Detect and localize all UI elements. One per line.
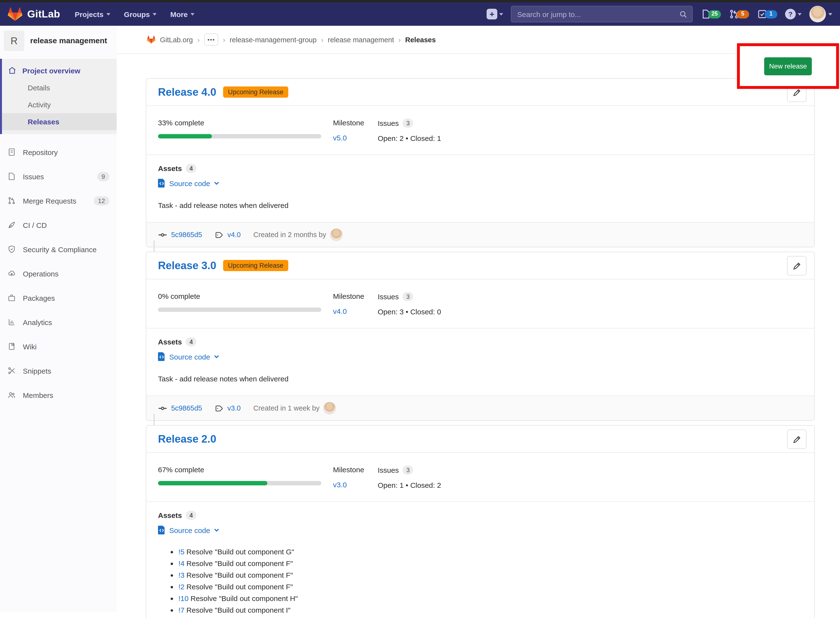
new-release-button[interactable]: New release (764, 57, 812, 75)
merge-request-link[interactable]: !7 (179, 606, 185, 614)
help-icon: ? (785, 9, 796, 19)
progress-column: 33% complete (158, 119, 333, 143)
percent-complete-label: 0% complete (158, 292, 333, 300)
issues-counter[interactable]: 25 (700, 9, 721, 19)
chevron-down-icon (499, 13, 503, 15)
release-description: Task - add release notes when delivered (158, 374, 803, 383)
nav-menu: Projects Groups More (74, 10, 194, 18)
sidebar-item-ci-cd[interactable]: CI / CD (0, 213, 117, 237)
release-title-link[interactable]: Release 4.0 (158, 86, 216, 98)
sidebar-item-releases[interactable]: Releases (2, 113, 117, 130)
merge-request-link[interactable]: !5 (179, 548, 185, 556)
sidebar-item-details[interactable]: Details (2, 79, 117, 96)
pencil-icon (792, 435, 801, 444)
chevron-down-icon (191, 13, 194, 15)
nav-projects[interactable]: Projects (74, 10, 110, 18)
tag-link[interactable]: v4.0 (227, 231, 241, 239)
source-code-label: Source code (169, 526, 210, 534)
percent-complete-label: 33% complete (158, 119, 333, 127)
sidebar-item-activity[interactable]: Activity (2, 96, 117, 113)
commit-link[interactable]: 5c9865d5 (171, 231, 202, 239)
merge-request-link[interactable]: !4 (179, 559, 185, 567)
percent-complete-label: 67% complete (158, 465, 333, 474)
sidebar-item-repository[interactable]: Repository (0, 140, 117, 164)
assets-count-badge: 4 (186, 337, 197, 346)
sidebar-item-issues[interactable]: Issues 9 (0, 164, 117, 189)
user-menu[interactable] (809, 6, 832, 22)
sidebar-item-security[interactable]: Security & Compliance (0, 237, 117, 261)
pencil-icon (792, 88, 801, 97)
package-box-icon (7, 293, 16, 302)
breadcrumb-project[interactable]: release management (328, 36, 394, 43)
release-meta-row: 67% complete Milestone v3.0 Issues 3 Ope… (146, 453, 814, 502)
search-input[interactable] (516, 9, 675, 19)
commit-link[interactable]: 5c9865d5 (171, 404, 202, 412)
top-navbar: GitLab Projects Groups More + (0, 2, 840, 26)
sidebar-item-analytics[interactable]: Analytics (0, 310, 117, 334)
chevron-down-icon (828, 13, 832, 15)
source-code-dropdown[interactable]: Source code (158, 526, 803, 535)
edit-release-button[interactable] (787, 429, 806, 449)
release-title-link[interactable]: Release 2.0 (158, 433, 216, 445)
sidebar-project-header[interactable]: R release management (0, 26, 117, 56)
issues-column: Issues 3 Open: 2 • Closed: 1 (378, 119, 441, 143)
merge-request-item: !5Resolve "Build out component G" (179, 547, 803, 556)
progress-bar (158, 308, 321, 312)
tag-icon (214, 230, 223, 239)
author-avatar[interactable] (323, 402, 336, 414)
bar-chart-icon (7, 318, 16, 327)
assets-section: Assets 4 Source code Task - add (146, 328, 814, 395)
sidebar-item-members[interactable]: Members (0, 383, 117, 407)
issues-count-badge: 25 (708, 10, 721, 18)
sidebar-item-operations[interactable]: Operations (0, 261, 117, 286)
merge-request-link[interactable]: !10 (179, 594, 189, 602)
breadcrumb-ellipsis-button[interactable]: ••• (204, 34, 218, 46)
merge-request-item: !10Resolve "Build out component H" (179, 594, 803, 603)
milestone-label: Milestone (333, 292, 378, 300)
sidebar-nav-list: Repository Issues 9 Merge Req (0, 140, 117, 407)
search-bar[interactable] (511, 6, 693, 22)
release-card-header: Release 3.0 Upcoming Release (146, 252, 814, 279)
breadcrumb: GitLab.org › ••• › release-management-gr… (117, 26, 840, 54)
sidebar-item-wiki[interactable]: Wiki (0, 334, 117, 358)
sidebar-item-packages[interactable]: Packages (0, 286, 117, 310)
merge-request-item: !4Resolve "Build out component F" (179, 559, 803, 568)
issues-column: Issues 3 Open: 3 • Closed: 0 (378, 292, 441, 316)
sidebar-item-snippets[interactable]: Snippets (0, 358, 117, 383)
merge-requests-counter[interactable]: 5 (729, 9, 749, 19)
source-code-dropdown[interactable]: Source code (158, 179, 803, 187)
project-avatar: R (4, 31, 24, 51)
source-code-dropdown[interactable]: Source code (158, 352, 803, 361)
breadcrumb-group[interactable]: release-management-group (230, 36, 317, 43)
merge-request-item: !3Resolve "Build out component F" (179, 570, 803, 579)
milestone-link[interactable]: v5.0 (333, 134, 378, 142)
help-menu[interactable]: ? (785, 9, 801, 19)
sidebar-item-merge-requests[interactable]: Merge Requests 12 (0, 189, 117, 213)
nav-more[interactable]: More (170, 10, 195, 18)
breadcrumb-root[interactable]: GitLab.org (160, 36, 193, 43)
author-avatar[interactable] (330, 228, 343, 241)
assets-label: Assets (158, 338, 182, 346)
release-card-4-0: Release 4.0 Upcoming Release 33% complet… (146, 78, 815, 247)
issues-open-closed: Open: 2 • Closed: 1 (378, 134, 441, 143)
gitlab-logo[interactable]: GitLab (8, 7, 60, 21)
code-file-icon (158, 179, 165, 187)
commit-icon (158, 230, 167, 239)
sidebar-item-project-overview[interactable]: Project overview (2, 62, 117, 79)
milestone-link[interactable]: v3.0 (333, 480, 378, 489)
mr-count-badge: 12 (94, 196, 109, 205)
todos-counter[interactable]: 1 (757, 9, 777, 19)
edit-release-button[interactable] (787, 256, 806, 275)
merge-request-link[interactable]: !3 (179, 571, 185, 579)
issues-count-badge: 3 (403, 119, 413, 128)
release-title-link[interactable]: Release 3.0 (158, 259, 216, 272)
breadcrumb-separator: › (223, 36, 225, 44)
merge-request-link[interactable]: !2 (179, 582, 185, 591)
tutorial-highlight-box: New release (737, 43, 839, 89)
milestone-column: Milestone v3.0 (333, 465, 378, 489)
project-name: release management (30, 36, 107, 45)
tag-link[interactable]: v3.0 (227, 404, 241, 412)
new-menu-button[interactable]: + (487, 9, 503, 19)
nav-groups[interactable]: Groups (124, 10, 157, 18)
milestone-link[interactable]: v4.0 (333, 307, 378, 315)
